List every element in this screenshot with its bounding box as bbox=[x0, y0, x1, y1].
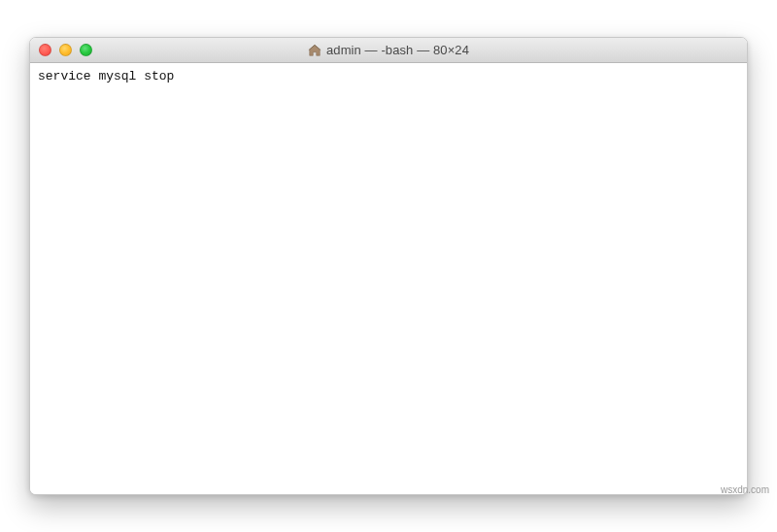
zoom-button[interactable] bbox=[80, 44, 92, 56]
close-button[interactable] bbox=[39, 44, 51, 56]
watermark: wsxdn.com bbox=[721, 484, 769, 495]
terminal-content: service mysql stop bbox=[38, 69, 174, 83]
traffic-lights bbox=[39, 44, 92, 56]
terminal-window: admin — -bash — 80×24 service mysql stop bbox=[29, 37, 748, 495]
window-title: admin — -bash — 80×24 bbox=[326, 43, 469, 57]
minimize-button[interactable] bbox=[59, 44, 72, 56]
terminal-body[interactable]: service mysql stop bbox=[30, 63, 747, 494]
titlebar[interactable]: admin — -bash — 80×24 bbox=[30, 38, 747, 63]
home-icon bbox=[308, 44, 321, 57]
title-area: admin — -bash — 80×24 bbox=[30, 38, 747, 62]
